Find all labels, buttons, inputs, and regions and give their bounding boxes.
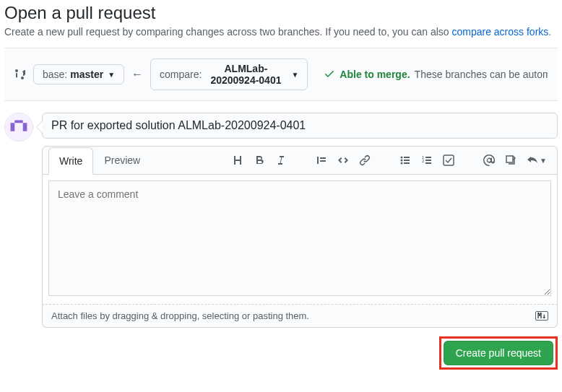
comment-box: Write Preview 12 ▼ xyxy=(42,113,558,370)
comment-textarea[interactable] xyxy=(48,180,551,296)
svg-point-2 xyxy=(401,160,403,162)
create-pull-request-button[interactable]: Create pull request xyxy=(444,341,553,365)
git-compare-icon xyxy=(14,69,26,80)
branch-range-bar: base: master ▼ ← compare: ALMLab-2020092… xyxy=(4,48,558,101)
svg-rect-12 xyxy=(444,155,454,165)
base-value: master xyxy=(70,69,103,80)
bold-icon[interactable] xyxy=(254,154,265,166)
compare-branch-button[interactable]: compare: ALMLab-20200924-0401 ▼ xyxy=(150,58,308,90)
subtitle-text: Create a new pull request by comparing c… xyxy=(4,26,451,38)
svg-point-1 xyxy=(401,157,403,159)
caret-down-icon: ▼ xyxy=(108,71,115,79)
reply-icon[interactable]: ▼ xyxy=(527,154,547,166)
task-list-icon[interactable] xyxy=(443,154,454,166)
compare-value: ALMLab-20200924-0401 xyxy=(204,63,287,86)
subtitle-suffix: . xyxy=(548,26,551,38)
number-list-icon[interactable]: 12 xyxy=(421,154,433,166)
compare-forks-link[interactable]: compare across forks xyxy=(451,26,548,38)
avatar xyxy=(4,113,33,141)
base-branch-button[interactable]: base: master ▼ xyxy=(33,64,124,84)
attach-bar[interactable]: Attach files by dragging & dropping, sel… xyxy=(42,304,558,328)
pr-title-input[interactable] xyxy=(42,113,558,139)
svg-rect-0 xyxy=(5,113,33,141)
svg-rect-5 xyxy=(404,160,410,161)
svg-point-3 xyxy=(401,162,403,165)
merge-detail: These branches can be automatically me xyxy=(415,69,548,80)
markdown-icon[interactable]: M↓ xyxy=(535,311,548,321)
check-icon xyxy=(324,68,335,82)
arrow-left-icon: ← xyxy=(131,68,143,81)
svg-rect-4 xyxy=(404,157,410,158)
attach-hint: Attach files by dragging & dropping, sel… xyxy=(51,310,309,321)
highlight-box: Create pull request xyxy=(439,336,558,370)
mention-icon[interactable] xyxy=(483,154,495,166)
page-subtitle: Create a new pull request by comparing c… xyxy=(4,26,558,38)
svg-rect-11 xyxy=(425,162,431,164)
compare-label: compare: xyxy=(160,69,202,80)
cross-reference-icon[interactable] xyxy=(505,154,516,166)
heading-icon[interactable] xyxy=(232,154,243,166)
bullet-list-icon[interactable] xyxy=(399,154,411,166)
svg-rect-6 xyxy=(404,162,410,164)
merge-status: Able to merge. These branches can be aut… xyxy=(324,68,548,82)
svg-rect-13 xyxy=(506,156,513,162)
merge-able-label: Able to merge. xyxy=(340,69,410,80)
tab-write[interactable]: Write xyxy=(48,147,93,175)
code-icon[interactable] xyxy=(337,154,349,166)
base-label: base: xyxy=(43,69,67,80)
tab-preview[interactable]: Preview xyxy=(93,147,151,174)
md-toolbar: 12 ▼ xyxy=(232,154,551,166)
svg-rect-10 xyxy=(425,160,431,161)
caret-down-icon: ▼ xyxy=(291,71,298,79)
italic-icon[interactable] xyxy=(275,154,287,166)
link-icon[interactable] xyxy=(359,154,371,166)
svg-text:2: 2 xyxy=(422,159,425,163)
page-title: Open a pull request xyxy=(4,3,558,23)
quote-icon[interactable] xyxy=(316,154,327,166)
svg-rect-9 xyxy=(425,157,431,158)
tabs-bar: Write Preview 12 ▼ xyxy=(42,146,558,175)
